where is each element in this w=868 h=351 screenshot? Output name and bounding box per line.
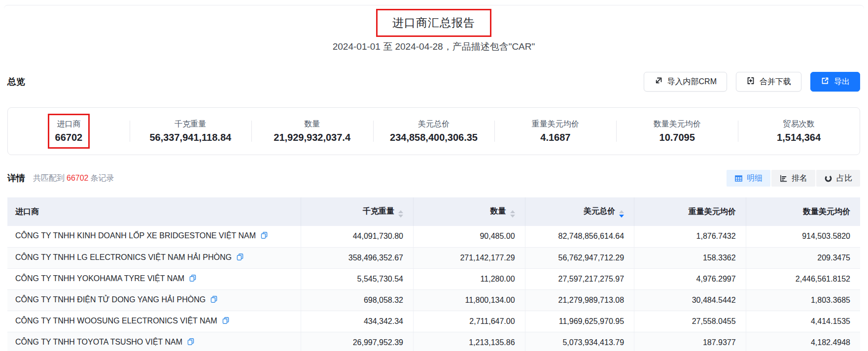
table-body: CÔNG TY TNHH KINH DOANH LỐP XE BRIDGESTO… — [7, 226, 860, 351]
merge-download-button[interactable]: 合并下载 — [736, 72, 801, 92]
export-icon — [821, 76, 830, 87]
stat-value: 234,858,400,306.35 — [390, 132, 478, 143]
value-cell: 27,558.0455 — [634, 311, 746, 332]
stat-label: 美元总价 — [418, 119, 450, 129]
stat-label: 重量美元均价 — [532, 119, 579, 129]
view-tabs: 明细排名占比 — [727, 170, 860, 187]
copy-icon[interactable] — [260, 231, 268, 241]
import-icon — [654, 76, 663, 87]
column-header-0: 进口商 — [7, 197, 301, 226]
value-cell: 11,800,134.00 — [413, 289, 525, 311]
stat-item: 贸易次数1,514,364 — [738, 108, 860, 155]
export-button[interactable]: 导出 — [810, 72, 860, 92]
value-cell: 209.3475 — [746, 247, 860, 268]
column-header-5: 数量美元均价 — [746, 197, 860, 226]
details-left: 详情 共匹配到66702条记录 — [7, 172, 114, 184]
tab-占比[interactable]: 占比 — [816, 170, 860, 187]
importer-name-cell: CÔNG TY TNHH YOKOHAMA TYRE VIỆT NAM — [7, 268, 301, 289]
value-cell: 4,976.2997 — [634, 268, 746, 289]
tab-排名[interactable]: 排名 — [771, 170, 815, 187]
stat-value: 56,337,941,118.84 — [149, 132, 231, 143]
value-cell: 1,876.7432 — [634, 226, 746, 247]
value-cell: 698,058.32 — [301, 289, 413, 311]
stat-item: 美元总价234,858,400,306.35 — [373, 108, 495, 155]
copy-icon[interactable] — [210, 295, 218, 305]
value-cell: 4,182.4948 — [746, 332, 860, 351]
importer-name-cell: CÔNG TY TNHH WOOSUNG ELECTRONICS VIỆT NA… — [7, 311, 301, 332]
sort-caret-icon[interactable] — [619, 210, 624, 218]
table-row: CÔNG TY TNHH KINH DOANH LỐP XE BRIDGESTO… — [7, 226, 860, 247]
importer-name: CÔNG TY TNHH WOOSUNG ELECTRONICS VIỆT NA… — [15, 317, 217, 325]
value-cell: 5,073,934,413.79 — [525, 332, 634, 351]
value-cell: 4,414.1535 — [746, 311, 860, 332]
stat-item: 数量21,929,932,037.4 — [251, 108, 373, 155]
pie-icon — [824, 174, 833, 183]
value-cell: 158.3362 — [634, 247, 746, 268]
copy-icon[interactable] — [187, 338, 195, 348]
match-count: 66702 — [65, 174, 91, 182]
match-suffix: 条记录 — [91, 174, 114, 182]
column-label: 数量 — [490, 207, 506, 215]
details-bar: 详情 共匹配到66702条记录 明细排名占比 — [7, 170, 860, 187]
importer-name: CÔNG TY TNHH YOKOHAMA TYRE VIỆT NAM — [15, 274, 184, 283]
stat-label: 进口商 — [57, 119, 80, 129]
details-heading: 详情 — [7, 172, 25, 184]
stat-value: 4.1687 — [540, 132, 570, 143]
copy-icon[interactable] — [189, 274, 197, 284]
value-cell: 26,997,952.39 — [301, 332, 413, 351]
importer-name-cell: CÔNG TY TNHH LG ELECTRONICS VIỆT NAM HẢI… — [7, 247, 301, 268]
table-header-row: 进口商千克重量数量美元总价重量美元均价数量美元均价 — [7, 197, 860, 226]
stat-importers: 进口商66702 — [8, 108, 130, 155]
stat-value: 10.7095 — [660, 132, 695, 143]
value-cell: 271,142,177.29 — [413, 247, 525, 268]
export-label: 导出 — [834, 77, 850, 87]
column-label: 重量美元均价 — [689, 207, 736, 216]
column-label: 美元总价 — [584, 207, 615, 215]
value-cell: 1,213,135.86 — [413, 332, 525, 351]
action-buttons: 导入内部CRM 合并下载 导出 — [644, 72, 860, 92]
value-cell: 11,969,625,970.95 — [525, 311, 634, 332]
copy-icon[interactable] — [222, 317, 230, 326]
tab-明细[interactable]: 明细 — [727, 170, 770, 187]
value-cell: 82,748,856,614.64 — [525, 226, 634, 247]
stat-label: 贸易次数 — [783, 119, 815, 129]
stat-item: 重量美元均价4.1687 — [494, 108, 616, 155]
import-crm-button[interactable]: 导入内部CRM — [644, 72, 727, 92]
merge-download-label: 合并下载 — [760, 77, 791, 87]
value-cell: 21,279,989,713.08 — [525, 289, 634, 311]
value-cell: 358,496,352.67 — [301, 247, 413, 268]
stat-annotation-box: 进口商66702 — [48, 114, 90, 149]
value-cell: 44,091,730.80 — [301, 226, 413, 247]
column-header-1[interactable]: 千克重量 — [301, 197, 413, 226]
value-cell: 1,803.3685 — [746, 289, 860, 311]
stat-item: 数量美元均价10.7095 — [616, 108, 738, 155]
stat-item: 千克重量56,337,941,118.84 — [130, 108, 251, 155]
value-cell: 27,597,217,275.97 — [525, 268, 634, 289]
value-cell: 2,446,561.8152 — [746, 268, 860, 289]
match-prefix: 共匹配到 — [33, 174, 65, 182]
copy-icon[interactable] — [236, 253, 244, 263]
column-header-2[interactable]: 数量 — [413, 197, 525, 226]
column-header-3[interactable]: 美元总价 — [525, 197, 634, 226]
stat-label: 数量美元均价 — [654, 119, 701, 129]
importer-name: CÔNG TY TNHH TOYOTA TSUSHO VIỆT NAM — [15, 338, 182, 346]
overview-heading: 总览 — [7, 76, 25, 88]
title-annotation-box: 进口商汇总报告 — [376, 9, 491, 37]
merge-icon — [746, 76, 755, 87]
importer-table: 进口商千克重量数量美元总价重量美元均价数量美元均价 CÔNG TY TNHH K… — [7, 197, 860, 351]
sort-caret-icon[interactable] — [398, 210, 403, 218]
page-title: 进口商汇总报告 — [392, 15, 475, 31]
value-cell: 30,484.5442 — [634, 289, 746, 311]
sort-caret-icon[interactable] — [510, 210, 515, 218]
column-header-4: 重量美元均价 — [634, 197, 746, 226]
import-crm-label: 导入内部CRM — [667, 77, 717, 87]
value-cell: 434,342.34 — [301, 311, 413, 332]
table-icon — [734, 174, 743, 183]
overview-bar: 总览 导入内部CRM 合并下载 — [7, 72, 860, 92]
stat-label: 千克重量 — [174, 119, 206, 129]
ranking-icon — [779, 174, 788, 183]
importer-summary-page: 进口商汇总报告 2024-01-01 至 2024-04-28，产品描述包含"C… — [0, 0, 868, 351]
value-cell: 11,280.00 — [413, 268, 525, 289]
tab-label: 排名 — [792, 173, 807, 184]
value-cell: 914,503.5820 — [746, 226, 860, 247]
